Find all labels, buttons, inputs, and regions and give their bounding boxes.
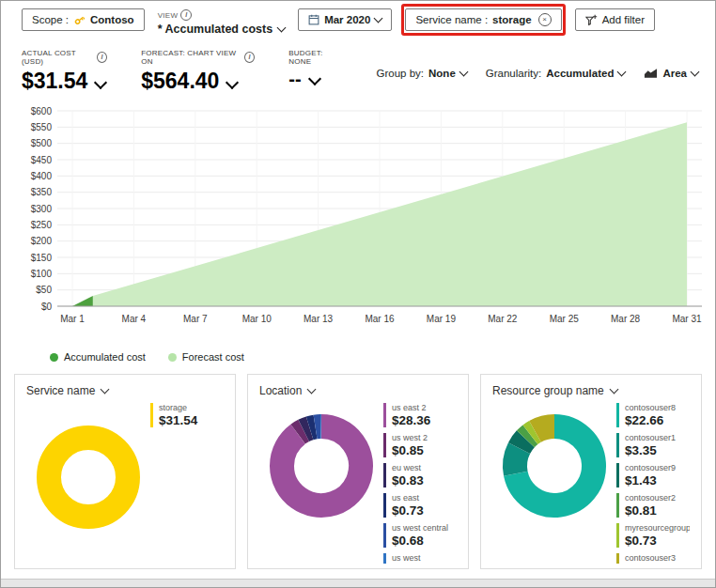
donut-legend-value: $22.66	[625, 413, 690, 427]
donut-legend-item[interactable]: us east 2$28.36	[383, 403, 457, 427]
svg-text:$550: $550	[31, 122, 53, 132]
donut-legend-label: us west 2	[392, 433, 457, 442]
donut-legend-item[interactable]: us east$0.73	[383, 493, 457, 518]
resource-group-legend: contosouser8$22.66contosouser1$3.35conto…	[616, 399, 690, 564]
donut-legend-value: $3.35	[625, 443, 690, 457]
add-filter-label: Add filter	[602, 14, 645, 25]
breakdown-cards: Service name storage$31.54 Location us e…	[1, 363, 715, 569]
chart-type-value: Area	[662, 68, 687, 79]
granularity-value: Accumulated	[546, 68, 614, 79]
kpi-forecast-cost[interactable]: FORECAST: CHART VIEW ON i $564.40	[141, 49, 255, 94]
info-icon: i	[180, 9, 192, 21]
view-value: * Accumulated costs	[158, 23, 273, 36]
scope-selector[interactable]: Scope : Contoso	[22, 8, 145, 31]
location-legend: us east 2$28.36us west 2$0.85eu west$0.8…	[383, 399, 457, 564]
legend-forecast-cost[interactable]: Forecast cost	[168, 351, 244, 363]
svg-text:$400: $400	[31, 171, 53, 181]
accumulated-costs-area-chart: $0$50$100$150$200$250$300$350$400$450$50…	[12, 101, 708, 338]
location-donut-chart	[266, 410, 377, 521]
remove-filter-icon[interactable]: ×	[538, 13, 552, 26]
chevron-down-icon	[308, 72, 321, 85]
forecast-value: $564.40	[141, 69, 219, 94]
svg-text:Mar 19: Mar 19	[427, 314, 457, 324]
svg-text:$200: $200	[31, 236, 53, 246]
service-name-legend: storage$31.54	[150, 399, 224, 533]
svg-text:Mar 4: Mar 4	[122, 314, 147, 324]
actual-cost-value: $31.54	[22, 69, 87, 94]
add-filter-button[interactable]: Add filter	[575, 8, 655, 31]
donut-legend-item[interactable]: us west	[383, 553, 457, 564]
donut-legend-value: $0.68	[392, 534, 457, 548]
area-chart-icon	[644, 68, 658, 79]
donut-legend-item[interactable]: storage$31.54	[150, 403, 224, 427]
donut-legend-label: us west central	[392, 523, 457, 533]
kpi-actual-cost[interactable]: ACTUAL COST (USD) i $31.54	[22, 49, 107, 94]
kpi-row: ACTUAL COST (USD) i $31.54 FORECAST: CHA…	[1, 38, 715, 94]
service-name-card-dropdown[interactable]: Service name	[26, 384, 224, 397]
svg-text:$150: $150	[31, 253, 53, 263]
kpi-budget[interactable]: BUDGET: NONE --	[288, 49, 342, 90]
donut-legend-label: us west	[392, 553, 457, 563]
svg-text:$600: $600	[31, 106, 53, 116]
donut-legend-item[interactable]: contosouser2$0.81	[616, 493, 690, 518]
donut-legend-item[interactable]: contosouser8$22.66	[616, 403, 690, 427]
service-name-filter-pill[interactable]: Service name : storage ×	[405, 8, 561, 31]
donut-legend-value: $0.85	[392, 443, 457, 457]
donut-legend-label: eu west	[392, 463, 457, 472]
donut-legend-label: myresourcegroup	[625, 523, 690, 533]
svg-text:$250: $250	[31, 220, 53, 230]
chevron-down-icon	[277, 23, 287, 33]
card-service-name: Service name storage$31.54	[14, 374, 236, 569]
budget-caption: BUDGET: NONE	[288, 49, 342, 66]
info-icon: i	[97, 52, 107, 63]
resource-group-donut-chart	[499, 410, 610, 521]
scope-value: Contoso	[90, 14, 134, 25]
card-resource-group: Resource group name contosouser8$22.66co…	[480, 374, 702, 569]
chevron-down-icon	[226, 76, 239, 89]
calendar-icon	[308, 14, 319, 25]
chart-controls: Group by: None Granularity: Accumulated …	[377, 49, 698, 79]
group-by-dropdown[interactable]: Group by: None	[377, 68, 467, 79]
donut-legend-label: contosouser1	[625, 433, 690, 442]
donut-legend-item[interactable]: contosouser9$1.43	[616, 463, 690, 487]
donut-legend-value: $31.54	[159, 413, 224, 427]
legend-accumulated-cost[interactable]: Accumulated cost	[50, 351, 146, 363]
chart-type-dropdown[interactable]: Area	[644, 68, 698, 79]
key-icon	[73, 14, 86, 26]
granularity-dropdown[interactable]: Granularity: Accumulated	[486, 68, 626, 79]
donut-legend-item[interactable]: contosouser1$3.35	[616, 433, 690, 457]
view-selector[interactable]: VIEW i * Accumulated costs	[158, 8, 286, 36]
svg-text:$0: $0	[41, 302, 53, 312]
svg-text:Mar 25: Mar 25	[550, 314, 580, 324]
view-caption: VIEW	[158, 11, 179, 20]
cost-chart-section: $0$50$100$150$200$250$300$350$400$450$50…	[1, 94, 715, 363]
resource-group-card-dropdown[interactable]: Resource group name	[492, 384, 690, 397]
actual-cost-caption: ACTUAL COST (USD)	[22, 49, 93, 66]
svg-text:$500: $500	[31, 138, 53, 148]
svg-text:Mar 16: Mar 16	[365, 314, 395, 324]
donut-legend-label: contosouser8	[625, 403, 690, 412]
donut-legend-item[interactable]: contosouser3	[616, 553, 690, 564]
donut-legend-item[interactable]: myresourcegroup$0.73	[616, 523, 690, 548]
chart-legend: Accumulated cost Forecast cost	[12, 342, 706, 363]
donut-legend-label: us east 2	[392, 403, 457, 412]
svg-text:Mar 7: Mar 7	[183, 314, 208, 324]
date-range-picker[interactable]: Mar 2020	[298, 8, 392, 31]
donut-legend-item[interactable]: us west 2$0.85	[383, 433, 457, 457]
donut-legend-value: $0.83	[392, 473, 457, 487]
service-name-donut-chart	[33, 422, 144, 533]
svg-text:$350: $350	[31, 187, 53, 197]
donut-legend-item[interactable]: us west central$0.68	[383, 523, 457, 548]
toolbar: Scope : Contoso VIEW i * Accumulated cos…	[1, 1, 715, 38]
chevron-down-icon	[94, 76, 107, 89]
chevron-down-icon	[374, 14, 383, 23]
donut-legend-label: us east	[392, 493, 457, 503]
donut-legend-value: $0.73	[625, 534, 690, 548]
location-card-dropdown[interactable]: Location	[259, 384, 457, 397]
donut-legend-item[interactable]: eu west$0.83	[383, 463, 457, 487]
scope-label: Scope :	[32, 14, 69, 25]
budget-value: --	[288, 69, 301, 90]
forecast-caption: FORECAST: CHART VIEW ON	[141, 49, 241, 66]
donut-legend-label: contosouser3	[625, 553, 690, 563]
donut-legend-value: $0.81	[625, 503, 690, 518]
